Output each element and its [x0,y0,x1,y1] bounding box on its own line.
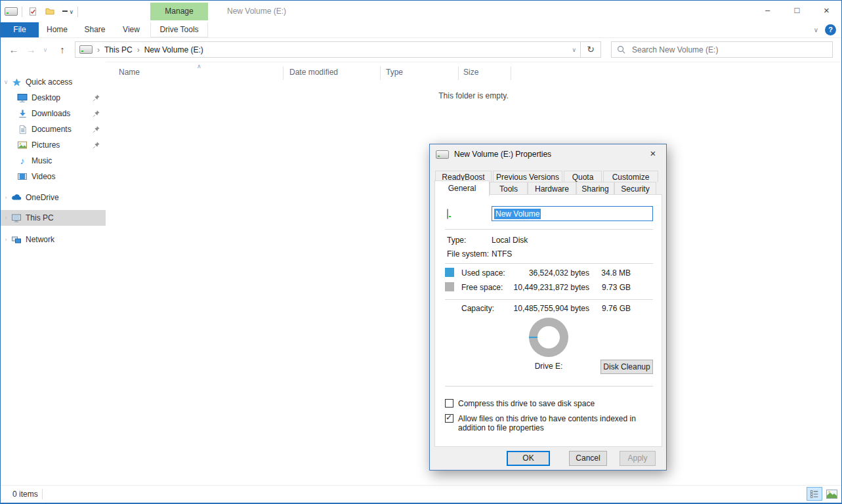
breadcrumb-current[interactable]: New Volume (E:) [144,45,203,54]
sidebar-item-downloads[interactable]: Downloads [1,106,106,121]
used-space-bytes: 36,524,032 bytes [494,268,589,278]
empty-folder-message: This folder is empty. [106,91,841,100]
disk-usage-donut-chart [529,318,568,357]
pin-icon [93,110,100,117]
divider [445,386,653,387]
tab-sharing[interactable]: Sharing [576,182,614,195]
cancel-button[interactable]: Cancel [569,451,607,466]
minimize-button[interactable]: – [753,1,782,20]
divider [445,229,653,230]
tab-hardware[interactable]: Hardware [528,182,576,195]
divider [77,7,78,17]
tab-file[interactable]: File [1,22,39,37]
window-title: New Volume (E:) [227,1,286,22]
address-bar[interactable]: › This PC › New Volume (E:) ∨ [75,41,581,58]
onedrive-cloud-icon [11,192,22,203]
thumbnail-view-button[interactable] [824,487,839,501]
drive-icon [79,45,93,54]
pin-icon [93,125,100,133]
thumbnail-view-icon [826,490,837,499]
chevron-expanded-icon[interactable]: ∨ [1,79,11,85]
sidebar-item-label: Videos [32,172,55,181]
dialog-title: New Volume (E:) Properties [454,150,551,159]
capacity-size: 9.76 GB [593,304,631,313]
index-checkbox-label[interactable]: Allow files on this drive to have conten… [458,414,655,432]
refresh-button[interactable]: ↻ [581,41,601,58]
column-divider[interactable] [283,66,284,80]
collapse-ribbon-icon[interactable]: ∨ [814,26,818,33]
tab-quota[interactable]: Quota [564,171,602,182]
sidebar-item-this-pc[interactable]: › This PC [1,210,106,226]
tab-previous-versions[interactable]: Previous Versions [493,171,562,182]
tab-drive-tools[interactable]: Drive Tools [150,22,208,37]
sidebar-item-desktop[interactable]: Desktop [1,90,106,106]
sidebar-item-label: This PC [26,213,54,222]
breadcrumb-separator-icon: › [97,45,100,54]
maximize-button[interactable]: □ [782,1,812,20]
details-view-button[interactable] [807,487,822,501]
drive-icon [436,150,449,159]
sidebar-item-music[interactable]: ♪ Music [1,153,106,169]
search-input[interactable] [631,45,827,55]
window-controls: – □ × [753,1,841,20]
column-divider[interactable] [458,66,459,80]
sidebar-item-onedrive[interactable]: › OneDrive [1,190,106,205]
tab-share[interactable]: Share [76,22,114,37]
column-header-size[interactable]: Size [463,68,478,77]
tab-view[interactable]: View [115,22,148,37]
free-space-size: 9.73 GB [593,283,631,292]
dialog-close-button[interactable]: × [640,144,666,163]
close-button[interactable]: × [812,1,841,20]
chevron-collapsed-icon[interactable]: › [1,194,11,201]
tab-security[interactable]: Security [614,182,656,195]
column-divider[interactable] [380,66,381,80]
capacity-bytes: 10,485,755,904 bytes [494,304,589,313]
ribbon-tabs: File Home Share View Drive Tools ∨ ? [1,22,841,38]
breadcrumb-this-pc[interactable]: This PC [104,45,133,54]
tab-general[interactable]: General [434,180,490,196]
forward-icon[interactable]: → [24,38,37,62]
qat-properties-button[interactable] [26,5,39,19]
sidebar-item-documents[interactable]: Documents [1,121,106,137]
details-view-icon [810,490,819,498]
recent-locations-chevron-icon[interactable]: ∨ [40,38,51,62]
pin-icon [93,141,100,149]
tab-customize[interactable]: Customize [603,171,658,182]
sidebar-item-network[interactable]: › Network [1,232,106,247]
sidebar-item-videos[interactable]: Videos [1,169,106,184]
divider [22,7,22,17]
compress-checkbox[interactable] [445,399,453,408]
properties-dialog: New Volume (E:) Properties × ReadyBoost … [429,144,667,471]
qat-new-folder-button[interactable] [43,5,56,19]
qat-customize-button[interactable]: ∨ [60,5,74,19]
column-header-name[interactable]: Name [119,68,140,77]
volume-label-input[interactable]: New Volume [492,206,653,221]
disk-cleanup-button[interactable]: Disk Cleanup [600,360,653,374]
desktop-icon [17,93,28,103]
compress-checkbox-label[interactable]: Compress this drive to save disk space [458,399,595,408]
column-header-type[interactable]: Type [386,68,403,77]
ok-button[interactable]: OK [507,451,550,466]
index-checkbox[interactable]: ✓ [445,414,453,423]
tab-tools[interactable]: Tools [490,182,528,195]
item-count: 0 items [12,486,38,503]
back-icon[interactable]: ← [7,38,20,62]
apply-button[interactable]: Apply [620,451,656,466]
column-divider[interactable] [511,66,511,80]
contextual-tab-manage[interactable]: Manage [150,3,208,20]
divider [445,299,653,300]
help-icon[interactable]: ? [825,24,836,35]
column-header-date-modified[interactable]: Date modified [289,68,338,77]
app-drive-icon[interactable] [5,7,18,16]
sidebar-item-pictures[interactable]: Pictures [1,137,106,153]
navigation-pane: ∨ Quick access Desktop Downloads [1,62,106,486]
address-dropdown-chevron-icon[interactable]: ∨ [572,47,576,53]
search-icon [617,45,625,54]
chevron-collapsed-icon[interactable]: › [1,236,11,243]
up-icon[interactable]: ↑ [56,38,69,62]
tab-home[interactable]: Home [40,22,74,37]
chevron-collapsed-icon[interactable]: › [1,215,11,221]
sidebar-item-quick-access[interactable]: ∨ Quick access [1,74,106,90]
free-space-bytes: 10,449,231,872 bytes [494,283,589,292]
search-box[interactable] [611,41,833,58]
